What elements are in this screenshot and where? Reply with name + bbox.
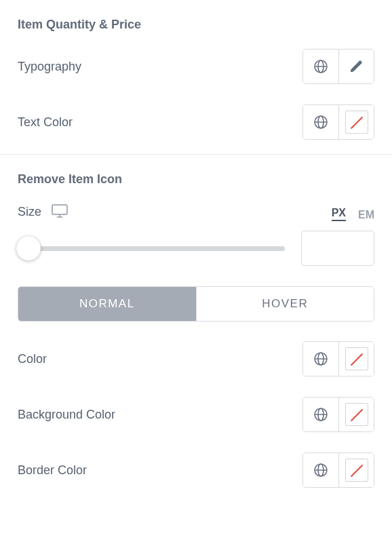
bordercolor-label: Border Color xyxy=(18,463,87,478)
row-text-color: Text Color xyxy=(18,104,374,140)
globe-icon[interactable] xyxy=(303,398,338,431)
row-color: Color xyxy=(18,341,374,377)
globe-icon[interactable] xyxy=(303,105,338,139)
monitor-icon[interactable] xyxy=(51,204,68,221)
bordercolor-controls xyxy=(302,452,374,488)
globe-icon[interactable] xyxy=(303,342,338,376)
color-swatch[interactable] xyxy=(338,342,374,376)
color-controls xyxy=(302,341,374,377)
unit-px[interactable]: PX xyxy=(332,207,346,221)
slider-thumb[interactable] xyxy=(16,236,41,261)
slider-track xyxy=(18,246,285,251)
row-size-slider xyxy=(18,231,374,266)
globe-icon[interactable] xyxy=(303,453,338,487)
svg-rect-6 xyxy=(52,205,67,214)
color-label: Color xyxy=(18,352,47,366)
text-color-label: Text Color xyxy=(18,115,73,130)
unit-toggle: PX EM xyxy=(332,203,374,221)
tab-normal[interactable]: NORMAL xyxy=(18,287,196,321)
color-swatch[interactable] xyxy=(338,398,374,431)
row-size-header: Size PX EM xyxy=(18,203,374,221)
typography-label: Typography xyxy=(18,60,81,74)
section-item-quantity-price: Item Quantity & Price Typography Text Co… xyxy=(0,0,392,155)
bgcolor-controls xyxy=(302,397,374,432)
row-typography: Typography xyxy=(18,48,374,85)
unit-em[interactable]: EM xyxy=(358,209,374,221)
text-color-controls xyxy=(302,104,374,140)
state-tabs: NORMAL HOVER xyxy=(18,286,374,322)
size-label: Size xyxy=(18,205,41,219)
color-swatch[interactable] xyxy=(338,105,374,139)
section-title: Remove Item Icon xyxy=(18,172,374,187)
bgcolor-label: Background Color xyxy=(18,408,115,422)
typography-controls xyxy=(302,49,374,84)
section-remove-item-icon: Remove Item Icon Size PX EM NORMAL HOVER… xyxy=(0,155,392,502)
section-title: Item Quantity & Price xyxy=(18,18,374,32)
size-input[interactable] xyxy=(301,231,374,266)
tab-hover[interactable]: HOVER xyxy=(196,287,374,321)
pencil-icon[interactable] xyxy=(338,50,374,83)
color-swatch[interactable] xyxy=(338,453,374,487)
row-border-color: Border Color xyxy=(18,452,374,488)
row-background-color: Background Color xyxy=(18,396,374,433)
size-slider[interactable] xyxy=(18,236,285,261)
globe-icon[interactable] xyxy=(303,50,338,83)
